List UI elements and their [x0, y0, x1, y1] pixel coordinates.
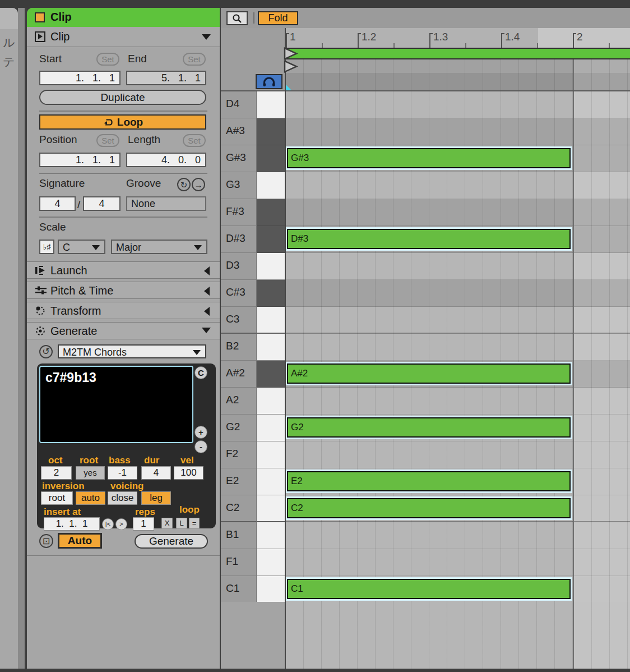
grid-row[interactable] [286, 172, 630, 199]
inversion-field[interactable]: root [41, 491, 73, 505]
grid-row[interactable]: C2 [286, 495, 630, 522]
chord-c-button[interactable]: C [194, 366, 207, 379]
midi-note[interactable]: C2 [287, 498, 571, 518]
piano-key[interactable] [257, 172, 286, 199]
groove-extract-icon[interactable]: → [192, 178, 205, 191]
grid-row[interactable] [286, 441, 630, 468]
grid-row[interactable] [286, 307, 630, 334]
frame-icon[interactable]: ⊡ [39, 534, 53, 548]
auto-button[interactable]: Auto [58, 533, 102, 549]
section-generate[interactable]: Generate [27, 322, 220, 339]
generator-reset-icon[interactable]: ↺ [39, 345, 53, 358]
groove-select[interactable]: None [126, 196, 206, 211]
scale-accidental-toggle[interactable]: ♭♯ [39, 240, 54, 254]
search-button[interactable] [226, 11, 248, 25]
grid-row[interactable]: G#3 [286, 145, 630, 172]
piano-key[interactable] [257, 468, 286, 495]
voicing-close-field[interactable]: close [108, 491, 137, 505]
piano-key[interactable] [257, 253, 286, 280]
piano-key[interactable] [257, 91, 286, 118]
piano-key[interactable] [257, 226, 286, 253]
piano-key[interactable] [257, 118, 286, 145]
grid-row[interactable] [286, 280, 630, 307]
grid-row[interactable] [286, 91, 630, 118]
inversion-auto-toggle[interactable]: auto [76, 491, 105, 505]
chord-display[interactable]: c7#9b13 [39, 366, 193, 443]
scrub-lane[interactable] [286, 73, 630, 90]
clip-header[interactable]: Clip [27, 8, 220, 27]
loop-eq-button[interactable]: = [189, 518, 200, 529]
chord-plus-button[interactable]: + [194, 426, 207, 439]
groove-commit-icon[interactable]: ↻ [177, 178, 191, 191]
collapse-triangle-icon[interactable] [204, 287, 210, 296]
piano-key[interactable] [257, 415, 286, 441]
scale-root-select[interactable]: C [58, 240, 105, 254]
clip-color-swatch[interactable] [35, 12, 45, 22]
piano-key[interactable] [257, 280, 286, 307]
collapse-triangle-icon[interactable] [204, 266, 210, 275]
collapsed-side-panel[interactable]: ル テ [0, 8, 18, 669]
loop-button[interactable]: Loop [39, 114, 206, 130]
section-transform[interactable]: Transform [27, 302, 220, 319]
insert-prev-button[interactable]: |< [102, 518, 114, 530]
length-set-button[interactable]: Set [183, 134, 206, 147]
loop-region-bar[interactable] [286, 48, 630, 59]
marker-lane[interactable] [286, 59, 630, 73]
piano-key[interactable] [257, 145, 286, 172]
dur-field[interactable]: 4 [141, 466, 171, 480]
grid-row[interactable] [286, 334, 630, 361]
piano-key[interactable] [257, 522, 286, 549]
chord-minus-button[interactable]: - [194, 440, 207, 453]
piano-key[interactable] [257, 199, 286, 226]
grid-row[interactable]: D#3 [286, 226, 630, 253]
loop-x-button[interactable]: X [161, 518, 173, 529]
piano-key[interactable] [257, 576, 286, 603]
piano-key[interactable] [257, 307, 286, 334]
grid-row[interactable]: G2 [286, 415, 630, 441]
signature-denominator-field[interactable]: 4 [83, 196, 121, 211]
section-launch[interactable]: Launch [27, 261, 220, 279]
collapse-triangle-icon[interactable] [204, 307, 210, 316]
below-grid[interactable] [286, 602, 573, 669]
piano-key[interactable] [257, 495, 286, 522]
reps-field[interactable]: 1 [133, 517, 154, 531]
voicing-leg-toggle[interactable]: leg [141, 491, 171, 505]
start-value-field[interactable]: 1. 1. 1 [39, 71, 121, 85]
piano-key[interactable] [257, 361, 286, 388]
midi-note[interactable]: G2 [287, 417, 571, 438]
vel-field[interactable]: 100 [174, 466, 203, 480]
length-value-field[interactable]: 4. 0. 0 [126, 153, 206, 167]
root-toggle[interactable]: yes [76, 466, 105, 480]
beat-time-ruler[interactable]: 1 1.2 1.3 1.4 2 [286, 28, 630, 48]
grid-row[interactable] [286, 253, 630, 280]
grid-row[interactable] [286, 118, 630, 145]
midi-note[interactable]: G#3 [287, 148, 571, 168]
section-pitch-time[interactable]: Pitch & Time [27, 282, 220, 299]
preview-headphone-button[interactable] [256, 74, 282, 89]
grid-row[interactable]: A#2 [286, 361, 630, 388]
start-set-button[interactable]: Set [96, 53, 119, 66]
piano-key[interactable] [257, 549, 286, 576]
generator-preset-select[interactable]: M2TM Chords [58, 344, 206, 358]
grid-row[interactable] [286, 199, 630, 226]
end-value-field[interactable]: 5. 1. 1 [126, 71, 206, 85]
position-set-button[interactable]: Set [96, 134, 119, 147]
piano-key[interactable] [257, 388, 286, 415]
grid-row[interactable] [286, 522, 630, 549]
collapse-triangle-icon[interactable] [202, 328, 211, 333]
grid-row[interactable] [286, 388, 630, 415]
bass-field[interactable]: -1 [108, 466, 137, 480]
clip-start-marker-icon[interactable] [284, 60, 298, 73]
grid-row[interactable] [286, 549, 630, 576]
insert-at-field[interactable]: 1. 1. 1 [44, 517, 100, 531]
grid-row[interactable]: C1 [286, 576, 630, 603]
position-value-field[interactable]: 1. 1. 1 [39, 153, 121, 167]
scale-mode-select[interactable]: Major [111, 240, 207, 254]
midi-note[interactable]: D#3 [287, 229, 571, 249]
below-grid[interactable] [573, 602, 630, 669]
midi-note[interactable]: A#2 [287, 363, 571, 384]
fold-button[interactable]: Fold [258, 11, 298, 25]
clip-tab[interactable]: Clip [27, 27, 220, 47]
oct-field[interactable]: 2 [41, 466, 72, 480]
end-set-button[interactable]: Set [183, 53, 206, 66]
